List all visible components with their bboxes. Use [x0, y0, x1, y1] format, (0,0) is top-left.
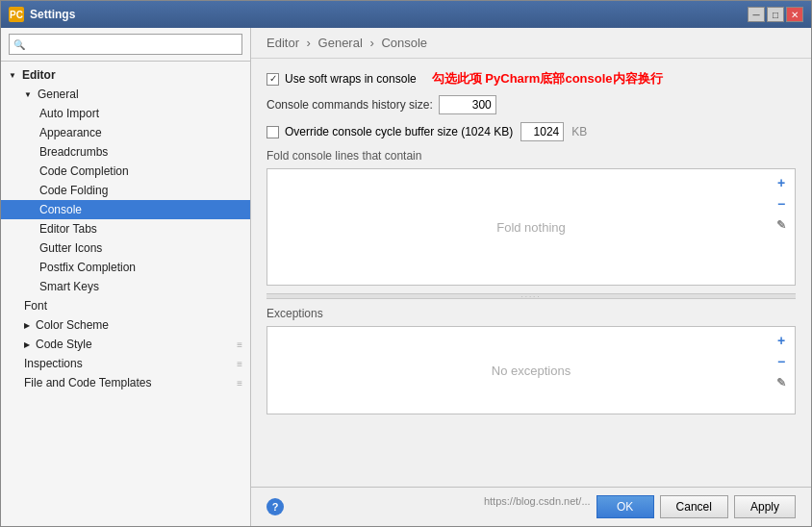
- sidebar-label-inspections: Inspections: [24, 357, 83, 370]
- url-watermark: https://blog.csdn.net/...: [484, 495, 591, 518]
- sidebar-label-color-scheme: Color Scheme: [36, 318, 109, 332]
- sidebar-item-code-folding[interactable]: Code Folding: [1, 181, 250, 200]
- override-label[interactable]: Override console cycle buffer size (1024…: [266, 125, 513, 138]
- fold-edit-button[interactable]: ✎: [772, 215, 791, 235]
- soft-wraps-text: Use soft wraps in console: [285, 72, 417, 86]
- fold-add-button[interactable]: +: [772, 173, 791, 192]
- apply-button[interactable]: Apply: [734, 495, 796, 518]
- sidebar-label-smart-keys: Smart Keys: [39, 280, 99, 293]
- ok-button[interactable]: OK: [596, 495, 654, 518]
- sidebar-label-general: General: [38, 88, 79, 101]
- history-input[interactable]: [439, 95, 496, 114]
- bottom-left: ?: [266, 495, 478, 518]
- title-bar: PC Settings ─ □ ✕: [1, 1, 811, 28]
- sidebar-item-breadcrumbs[interactable]: Breadcrumbs: [1, 142, 250, 162]
- code-style-icon: ≡: [237, 339, 242, 350]
- sidebar-item-font[interactable]: Font: [1, 296, 250, 315]
- search-box: [1, 28, 250, 62]
- cancel-button[interactable]: Cancel: [660, 495, 728, 518]
- sidebar-label-code-style: Code Style: [36, 338, 92, 351]
- sidebar-item-color-scheme[interactable]: ▶ Color Scheme: [1, 315, 250, 335]
- sidebar-item-code-completion[interactable]: Code Completion: [1, 162, 250, 181]
- sidebar-label-gutter-icons: Gutter Icons: [39, 241, 102, 255]
- sidebar-item-appearance[interactable]: Appearance: [1, 123, 250, 142]
- bottom-bar: ? https://blog.csdn.net/... OK Cancel Ap…: [251, 487, 811, 526]
- maximize-button[interactable]: □: [767, 7, 784, 22]
- sidebar-label-breadcrumbs: Breadcrumbs: [39, 145, 108, 159]
- override-row: Override console cycle buffer size (1024…: [266, 122, 796, 141]
- annotation-text: 勾选此项 PyCharm底部console内容换行: [432, 70, 663, 88]
- fold-box: Fold nothing + − ✎: [266, 168, 796, 286]
- resize-dots: ·····: [520, 292, 541, 301]
- sidebar-item-smart-keys[interactable]: Smart Keys: [1, 277, 250, 296]
- sidebar-label-code-folding: Code Folding: [39, 184, 108, 197]
- help-button[interactable]: ?: [266, 498, 284, 515]
- soft-wraps-checkbox[interactable]: [266, 73, 279, 86]
- sidebar-label-editor-tabs: Editor Tabs: [39, 222, 97, 236]
- file-templates-icon: ≡: [237, 378, 242, 389]
- sidebar-item-postfix-completion[interactable]: Postfix Completion: [1, 258, 250, 277]
- close-button[interactable]: ✕: [786, 7, 803, 22]
- minimize-button[interactable]: ─: [748, 7, 765, 22]
- sidebar-item-gutter-icons[interactable]: Gutter Icons: [1, 238, 250, 258]
- expand-icon-color: ▶: [24, 321, 30, 330]
- expand-icon: ▼: [9, 71, 16, 80]
- exceptions-box: No exceptions + − ✎: [266, 326, 796, 414]
- expand-icon-general: ▼: [24, 90, 32, 99]
- soft-wraps-row: Use soft wraps in console 勾选此项 PyCharm底部…: [266, 70, 796, 88]
- main-content: ▼ Editor ▼ General Auto Import Appearanc…: [1, 28, 811, 526]
- app-icon: PC: [9, 7, 24, 22]
- sidebar-item-inspections[interactable]: Inspections ≡: [1, 354, 250, 373]
- fold-box-content: Fold nothing: [267, 169, 795, 285]
- breadcrumb-part2: General: [318, 36, 363, 50]
- resize-handle[interactable]: ·····: [266, 293, 796, 299]
- sidebar-item-code-style[interactable]: ▶ Code Style ≡: [1, 335, 250, 354]
- search-input[interactable]: [9, 34, 242, 55]
- sidebar-item-console[interactable]: Console: [1, 200, 250, 219]
- breadcrumb-part1: Editor: [266, 36, 299, 50]
- console-panel: Use soft wraps in console 勾选此项 PyCharm底部…: [251, 59, 811, 487]
- exceptions-remove-button[interactable]: −: [772, 352, 791, 371]
- exceptions-actions: + − ✎: [772, 331, 791, 392]
- history-label: Console commands history size:: [266, 98, 433, 112]
- override-checkbox[interactable]: [266, 126, 279, 138]
- breadcrumb-arrow1: ›: [307, 36, 311, 50]
- title-bar-left: PC Settings: [9, 7, 75, 22]
- breadcrumb-part3: Console: [381, 36, 427, 50]
- sidebar-item-auto-import[interactable]: Auto Import: [1, 104, 250, 123]
- sidebar-item-general[interactable]: ▼ General: [1, 85, 250, 104]
- fold-placeholder: Fold nothing: [496, 220, 566, 235]
- sidebar-label-font: Font: [24, 299, 47, 313]
- soft-wraps-label[interactable]: Use soft wraps in console: [266, 72, 417, 86]
- inspections-icon: ≡: [237, 359, 242, 369]
- sidebar-item-editor-tabs[interactable]: Editor Tabs: [1, 219, 250, 238]
- kb-label: KB: [571, 125, 587, 138]
- sidebar-item-editor[interactable]: ▼ Editor: [1, 65, 250, 85]
- sidebar-label-postfix-completion: Postfix Completion: [39, 261, 136, 274]
- override-input[interactable]: [520, 122, 564, 141]
- sidebar-item-file-templates[interactable]: File and Code Templates ≡: [1, 373, 250, 392]
- settings-window: PC Settings ─ □ ✕ ▼ Editor: [0, 0, 812, 527]
- breadcrumb-arrow2: ›: [369, 36, 373, 50]
- fold-box-actions: + − ✎: [772, 173, 791, 235]
- breadcrumb: Editor › General › Console: [251, 28, 811, 59]
- exceptions-content: No exceptions: [267, 327, 795, 414]
- sidebar-label-editor: Editor: [22, 68, 56, 82]
- history-row: Console commands history size:: [266, 95, 796, 114]
- exceptions-add-button[interactable]: +: [772, 331, 791, 350]
- exceptions-placeholder: No exceptions: [492, 364, 571, 378]
- sidebar: ▼ Editor ▼ General Auto Import Appearanc…: [1, 28, 251, 526]
- sidebar-label-appearance: Appearance: [39, 126, 102, 139]
- expand-icon-code-style: ▶: [24, 340, 30, 349]
- window-controls: ─ □ ✕: [748, 7, 803, 22]
- exceptions-edit-button[interactable]: ✎: [772, 373, 791, 392]
- fold-remove-button[interactable]: −: [772, 194, 791, 213]
- sidebar-label-code-completion: Code Completion: [39, 164, 129, 178]
- sidebar-label-file-templates: File and Code Templates: [24, 376, 152, 389]
- sidebar-label-console: Console: [39, 203, 82, 216]
- fold-section-label: Fold console lines that contain: [266, 149, 796, 163]
- sidebar-label-auto-import: Auto Import: [39, 107, 99, 120]
- main-panel: Editor › General › Console Use soft wrap…: [251, 28, 811, 526]
- exceptions-label: Exceptions: [266, 307, 796, 320]
- search-wrapper: [9, 34, 242, 55]
